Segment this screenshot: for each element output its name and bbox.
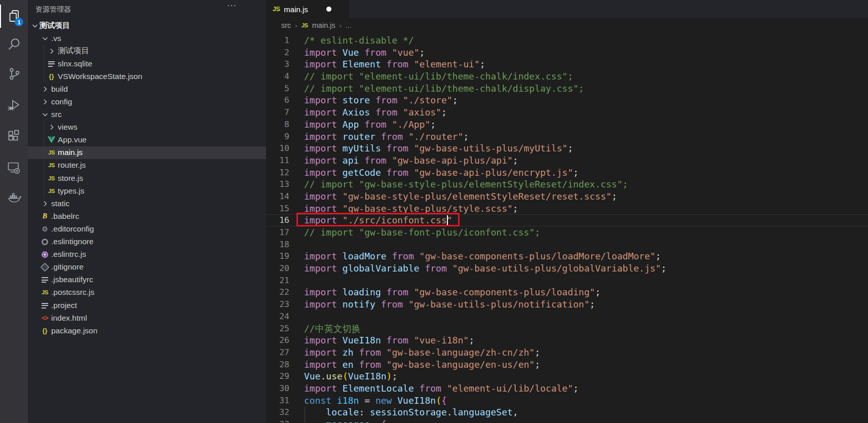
tree-item-label: .gitignore bbox=[51, 262, 84, 272]
tree-file-main.js[interactable]: JSmain.js bbox=[28, 146, 266, 159]
code-line-10[interactable]: 10import myUtils from "gw-base-utils-plu… bbox=[266, 142, 868, 155]
tree-root-section[interactable]: 测试项目 bbox=[28, 19, 266, 32]
docker-icon[interactable] bbox=[0, 184, 28, 211]
tree-file-package.json[interactable]: {}package.json bbox=[28, 324, 266, 337]
tree-file-types.js[interactable]: JStypes.js bbox=[28, 184, 266, 197]
tree-item-label: package.json bbox=[51, 326, 97, 335]
tree-folder-config[interactable]: config bbox=[28, 95, 266, 108]
tree-file-.jsbeautifyrc[interactable]: .jsbeautifyrc bbox=[28, 274, 266, 286]
tab-main-js[interactable]: JS main.js bbox=[266, 0, 349, 18]
explorer-icon[interactable]: 1 bbox=[0, 3, 28, 29]
tree-file-.gitignore[interactable]: .gitignore bbox=[28, 261, 266, 274]
source-control-icon[interactable] bbox=[0, 61, 28, 87]
code-text: import ElementLocale from "element-ui/li… bbox=[304, 382, 579, 395]
code-text: import "./src/iconfont.css" bbox=[304, 214, 452, 226]
code-line-14[interactable]: 14import "gw-base-style-plus/elementStyl… bbox=[266, 190, 868, 203]
tree-item-label: .postcssrc.js bbox=[51, 288, 94, 297]
search-icon[interactable] bbox=[0, 31, 28, 57]
code-editor[interactable]: 1/* eslint-disable */2import Vue from "v… bbox=[266, 32, 868, 423]
code-line-28[interactable]: 28import en from "gw-base-language/en-us… bbox=[266, 359, 868, 371]
tree-file-.babelrc[interactable]: B.babelrc bbox=[28, 210, 266, 222]
modified-indicator-icon[interactable] bbox=[326, 7, 331, 12]
tree-file-router.js[interactable]: JSrouter.js bbox=[28, 159, 266, 172]
code-text: import api from "gw-base-api-plus/api"; bbox=[304, 155, 518, 167]
code-line-27[interactable]: 27import zh from "gw-base-language/zh-cn… bbox=[266, 347, 868, 359]
line-number: 9 bbox=[266, 131, 289, 143]
code-text: const i18n = new VueI18n({ bbox=[304, 395, 447, 407]
run-debug-icon[interactable] bbox=[0, 92, 28, 119]
code-line-8[interactable]: 8import App from "./App"; bbox=[266, 119, 868, 131]
code-line-15[interactable]: 15import "gw-base-style-plus/style.scss"… bbox=[266, 203, 868, 215]
breadcrumb-main-js[interactable]: main.js bbox=[312, 21, 335, 29]
tree-file-.editorconfig[interactable]: ⚙.editorconfig bbox=[28, 222, 266, 235]
code-line-23[interactable]: 23import notify from "gw-base-utils-plus… bbox=[266, 298, 868, 311]
code-line-30[interactable]: 30import ElementLocale from "element-ui/… bbox=[266, 382, 868, 395]
tree-folder-.vs[interactable]: .vs bbox=[28, 32, 266, 45]
tree-item-label: views bbox=[58, 123, 78, 132]
file-icon-js: JS bbox=[47, 149, 56, 156]
code-line-1[interactable]: 1/* eslint-disable */ bbox=[266, 34, 868, 47]
tree-item-label: .editorconfig bbox=[51, 224, 94, 234]
code-line-26[interactable]: 26import VueI18n from "vue-i18n"; bbox=[266, 334, 868, 347]
file-tree: .vs测试项目slnx.sqlite{}VSWorkspaceState.jso… bbox=[28, 32, 266, 337]
tree-item-label: static bbox=[51, 199, 69, 208]
more-actions-icon[interactable]: ··· bbox=[227, 1, 237, 10]
code-line-24[interactable]: 24 bbox=[266, 311, 868, 323]
code-text: // import "element-ui/lib/theme-chalk/in… bbox=[304, 70, 573, 83]
file-icon-babel: B bbox=[40, 212, 50, 220]
remote-explorer-icon[interactable] bbox=[0, 155, 28, 181]
file-icon-json: {} bbox=[47, 72, 56, 80]
tree-file-.project[interactable]: .project bbox=[28, 299, 266, 312]
code-text: /* eslint-disable */ bbox=[304, 34, 414, 47]
code-line-16[interactable]: 16import "./src/iconfont.css" bbox=[266, 214, 868, 226]
breadcrumb-src[interactable]: src bbox=[281, 21, 291, 29]
code-line-7[interactable]: 7import Axios from "axios"; bbox=[266, 106, 868, 119]
code-line-3[interactable]: 3import Element from "element-ui"; bbox=[266, 58, 868, 70]
code-line-20[interactable]: 20import globalVariable from "gw-base-ut… bbox=[266, 262, 868, 275]
code-line-22[interactable]: 22import loading from "gw-base-component… bbox=[266, 286, 868, 298]
code-text: import Element from "element-ui"; bbox=[304, 58, 485, 70]
line-number: 27 bbox=[266, 347, 289, 359]
tree-file-VSWorkspaceState.json[interactable]: {}VSWorkspaceState.json bbox=[28, 70, 266, 83]
sidebar-explorer: 资源管理器 ··· 测试项目 .vs测试项目slnx.sqlite{}VSWor… bbox=[28, 0, 266, 423]
code-line-5[interactable]: 5// import "element-ui/lib/theme-chalk/d… bbox=[266, 83, 868, 95]
code-line-29[interactable]: 29Vue.use(VueI18n); bbox=[266, 370, 868, 382]
tree-file-.postcssrc.js[interactable]: JS.postcssrc.js bbox=[28, 286, 266, 299]
root-folder-label: 测试项目 bbox=[40, 21, 70, 30]
tree-file-store.js[interactable]: JSstore.js bbox=[28, 172, 266, 184]
code-line-17[interactable]: 17// import "gw-base-font-plus/iconfont.… bbox=[266, 226, 868, 239]
code-text: import store from "./store"; bbox=[304, 94, 458, 106]
tree-item-label: .eslintignore bbox=[51, 237, 94, 246]
code-line-33[interactable]: 33 messages: { bbox=[266, 418, 868, 423]
tree-item-label: .jsbeautifyrc bbox=[51, 275, 93, 284]
tree-folder-测试项目[interactable]: 测试项目 bbox=[28, 45, 266, 57]
code-line-19[interactable]: 19import loadMore from "gw-base-componen… bbox=[266, 250, 868, 262]
tree-folder-static[interactable]: static bbox=[28, 197, 266, 210]
tree-folder-views[interactable]: views bbox=[28, 121, 266, 134]
tree-file-index.html[interactable]: <>index.html bbox=[28, 312, 266, 324]
tree-file-App.vue[interactable]: App.vue bbox=[28, 134, 266, 146]
breadcrumb-symbol-ellipsis[interactable]: ... bbox=[346, 21, 352, 29]
code-line-13[interactable]: 13// import "gw-base-style-plus/elementS… bbox=[266, 178, 868, 190]
code-line-11[interactable]: 11import api from "gw-base-api-plus/api"… bbox=[266, 155, 868, 167]
tree-folder-build[interactable]: build bbox=[28, 83, 266, 95]
code-line-6[interactable]: 6import store from "./store"; bbox=[266, 94, 868, 106]
code-line-4[interactable]: 4// import "element-ui/lib/theme-chalk/i… bbox=[266, 70, 868, 83]
code-line-2[interactable]: 2import Vue from "vue"; bbox=[266, 47, 868, 59]
line-number: 5 bbox=[266, 83, 289, 95]
tree-file-slnx.sqlite[interactable]: slnx.sqlite bbox=[28, 57, 266, 70]
extensions-icon[interactable] bbox=[0, 123, 28, 149]
code-line-9[interactable]: 9import router from "./router"; bbox=[266, 131, 868, 143]
code-line-25[interactable]: 25//中英文切换 bbox=[266, 323, 868, 335]
file-icon-vue bbox=[47, 136, 56, 143]
tab-label: main.js bbox=[284, 5, 308, 14]
tree-file-.eslintignore[interactable]: .eslintignore bbox=[28, 236, 266, 248]
tree-indent-guide bbox=[44, 172, 44, 184]
code-line-21[interactable]: 21 bbox=[266, 275, 868, 287]
code-line-18[interactable]: 18 bbox=[266, 239, 868, 251]
tree-folder-src[interactable]: src bbox=[28, 108, 266, 121]
code-line-32[interactable]: 32 locale: sessionStorage.languageSet, bbox=[266, 406, 868, 418]
code-line-12[interactable]: 12import getCode from "gw-base-api-plus/… bbox=[266, 167, 868, 179]
tree-file-.eslintrc.js[interactable]: .eslintrc.js bbox=[28, 248, 266, 261]
code-line-31[interactable]: 31const i18n = new VueI18n({ bbox=[266, 395, 868, 407]
